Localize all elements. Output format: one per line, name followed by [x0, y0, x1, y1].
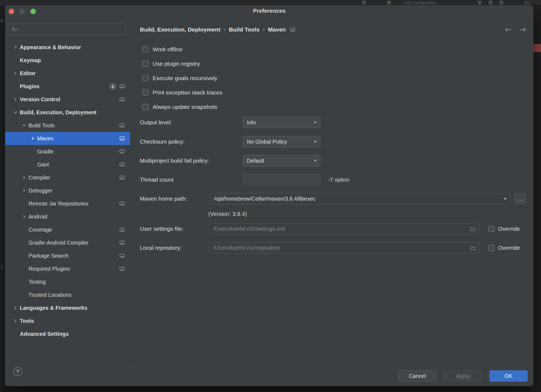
chevron-down-icon[interactable] — [20, 123, 28, 128]
sidebar-item-debugger[interactable]: Debugger — [5, 184, 130, 197]
chevron-down-icon — [314, 160, 317, 162]
sidebar-item-gradle[interactable]: Gradle — [5, 145, 130, 158]
override-label: Override — [498, 245, 520, 251]
breadcrumb-separator: › — [224, 26, 225, 33]
print-exception-stack-traces-checkbox[interactable] — [142, 89, 149, 96]
ide-background-toolbar: Add Configuration... Git: — [0, 0, 541, 5]
help-button[interactable]: ? — [13, 367, 22, 376]
ok-button[interactable]: OK — [489, 370, 528, 382]
forward-arrow-icon[interactable] — [518, 27, 527, 33]
folder-icon[interactable] — [470, 226, 476, 233]
chevron-right-icon[interactable] — [12, 97, 19, 102]
sidebar-item-label: Editor — [20, 70, 36, 77]
chevron-right-icon[interactable] — [12, 319, 19, 323]
maven-home-combobox[interactable]: /opt/homebrew/Cellar/maven/3.8.4/libexec — [210, 193, 510, 204]
checksum-policy-row: Checksum policy: No Global Policy — [131, 136, 534, 147]
always-update-snapshots-checkbox[interactable] — [142, 104, 149, 110]
chevron-down-icon[interactable] — [12, 110, 19, 115]
checksum-policy-dropdown[interactable]: No Global Policy — [243, 136, 320, 147]
sidebar-item-build-tools[interactable]: Build Tools — [5, 119, 130, 132]
chevron-right-icon[interactable] — [12, 306, 19, 310]
sidebar-item-keymap[interactable]: Keymap — [5, 54, 130, 67]
sidebar-item-build-execution-deployment[interactable]: Build, Execution, Deployment — [5, 106, 130, 119]
override-checkbox[interactable] — [488, 226, 495, 232]
sidebar-item-appearance-behavior[interactable]: Appearance & Behavior — [5, 41, 130, 54]
sidebar-item-coverage[interactable]: Coverage — [5, 223, 130, 236]
sidebar-item-label: Maven — [37, 135, 54, 142]
sidebar-item-label: Coverage — [29, 227, 52, 233]
sidebar-item-android[interactable]: Android — [5, 210, 130, 223]
sidebar-item-gant[interactable]: Gant — [5, 158, 130, 171]
checksum-policy-label: Checksum policy: — [140, 136, 185, 147]
folder-icon[interactable] — [470, 245, 476, 252]
sidebar-item-label: Appearance & Behavior — [20, 44, 81, 50]
sidebar-item-package-search[interactable]: Package Search — [5, 249, 130, 262]
search-input[interactable] — [20, 26, 126, 33]
ide-background-statusbar — [0, 387, 541, 392]
maven-home-label: Maven home path: — [140, 193, 187, 204]
chevron-right-icon[interactable] — [20, 188, 28, 193]
project-settings-icon — [119, 227, 125, 232]
output-level-dropdown[interactable]: Info — [243, 117, 320, 128]
chevron-right-icon[interactable] — [29, 136, 37, 141]
chevron-right-icon[interactable] — [20, 175, 28, 180]
browse-button[interactable]: ... — [514, 194, 526, 204]
sidebar-item-testing[interactable]: Testing — [5, 275, 130, 288]
maven-home-value: /opt/homebrew/Cellar/maven/3.8.4/libexec — [214, 196, 316, 202]
local-repository-label: Local repository: — [140, 242, 182, 254]
sidebar-item-trusted-locations[interactable]: Trusted Locations — [5, 288, 130, 301]
chevron-right-icon[interactable] — [20, 214, 28, 219]
project-settings-icon — [119, 162, 125, 167]
breadcrumb-part-maven[interactable]: Maven — [268, 26, 286, 33]
output-level-label: Output level: — [140, 117, 172, 128]
sidebar-item-tools[interactable]: Tools — [5, 314, 130, 327]
multiproject-policy-label: Multiproject build fail policy: — [140, 155, 209, 166]
sidebar-item-maven[interactable]: Maven — [5, 132, 130, 145]
execute-goals-recursively-checkbox[interactable] — [142, 75, 149, 81]
breadcrumb-part-build-execution-deployment[interactable]: Build, Execution, Deployment — [140, 26, 220, 33]
sidebar-item-remote-jar-repositories[interactable]: Remote Jar Repositories — [5, 197, 130, 210]
breadcrumb-part-build-tools[interactable]: Build Tools — [229, 26, 260, 33]
toolbar-icon — [387, 1, 391, 4]
preferences-dialog: Preferences Appearance & BehaviorKeymapE… — [5, 5, 534, 386]
use-plugin-registry-checkbox[interactable] — [142, 61, 149, 67]
toolbar-icon — [362, 1, 366, 4]
chevron-right-icon[interactable] — [12, 71, 19, 75]
sidebar-item-editor[interactable]: Editor — [5, 67, 130, 80]
sidebar-item-gradle-android-compiler[interactable]: Gradle-Android Compiler — [5, 236, 130, 249]
project-settings-icon — [119, 97, 125, 102]
settings-search-box[interactable] — [8, 24, 126, 35]
override-checkbox[interactable] — [488, 245, 495, 251]
sidebar-item-required-plugins[interactable]: Required Plugins — [5, 262, 130, 275]
apply-button[interactable]: Apply — [444, 370, 482, 382]
back-arrow-icon[interactable] — [504, 27, 512, 33]
project-settings-icon — [119, 241, 125, 245]
sidebar-item-advanced-settings[interactable]: Advanced Settings — [5, 327, 130, 340]
local-repository-input[interactable]: /Users/karthi/.m2/repository — [209, 242, 479, 254]
settings-sidebar: Appearance & BehaviorKeymapEditorPlugins… — [5, 5, 131, 362]
work-offline-checkbox[interactable] — [142, 46, 149, 52]
thread-count-label: Thread count — [140, 174, 174, 185]
user-settings-input[interactable]: /Users/karthi/.m2/settings.xml — [209, 223, 479, 235]
sidebar-item-version-control[interactable]: Version Control — [5, 93, 130, 106]
background-text-fragment: 2 — [1, 265, 3, 270]
cancel-button[interactable]: Cancel — [398, 370, 436, 382]
sidebar-item-label: Remote Jar Repositories — [29, 201, 88, 207]
sidebar-item-label: Gradle-Android Compiler — [29, 240, 89, 246]
sidebar-item-compiler[interactable]: Compiler — [5, 171, 130, 184]
sidebar-item-plugins[interactable]: Plugins1 — [5, 80, 130, 93]
history-nav — [504, 25, 527, 34]
background-notification-fragment — [533, 44, 541, 52]
run-icon — [478, 1, 482, 4]
sidebar-item-label: Android — [29, 214, 47, 220]
search-icon — [11, 27, 18, 32]
project-settings-icon — [290, 27, 295, 32]
project-settings-icon — [119, 267, 125, 271]
sidebar-item-label: Testing — [29, 279, 46, 285]
chevron-right-icon[interactable] — [12, 45, 19, 49]
checkbox-row-print-exception-stack-traces: Print exception stack traces — [142, 85, 222, 100]
multiproject-policy-dropdown[interactable]: Default — [243, 155, 320, 166]
sidebar-item-languages-frameworks[interactable]: Languages & Frameworks — [5, 301, 130, 314]
breadcrumb: Build, Execution, Deployment›Build Tools… — [140, 25, 295, 34]
thread-count-input[interactable] — [243, 174, 320, 185]
